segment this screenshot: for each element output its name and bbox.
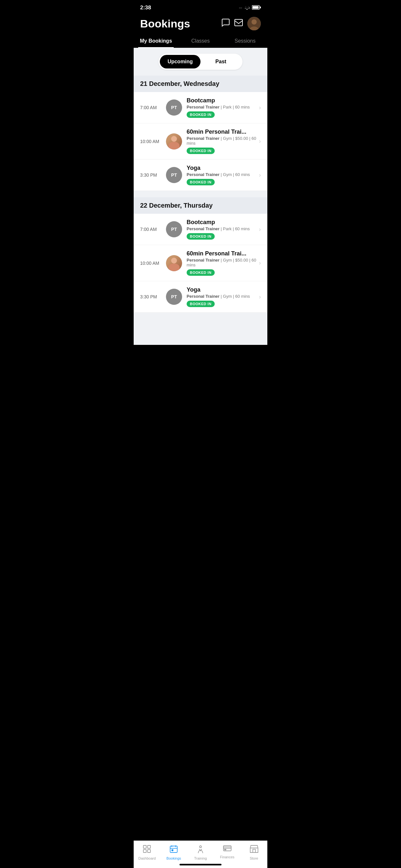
toggle-container: Upcoming Past	[158, 54, 243, 70]
signal-dots-icon: ···	[239, 5, 242, 10]
booking-list-1: 7:00 AM PT Bootcamp Personal Trainer | P…	[134, 92, 267, 191]
tabs-navigation: My Bookings Classes Sessions	[134, 30, 267, 48]
booking-item[interactable]: 7:00 AM PT Bootcamp Personal Trainer | P…	[134, 92, 267, 123]
booking-info: Bootcamp Personal Trainer | Park | 60 mi…	[187, 219, 256, 240]
booking-info: Bootcamp Personal Trainer | Park | 60 mi…	[187, 97, 256, 118]
mail-icon[interactable]	[235, 19, 243, 28]
svg-rect-2	[260, 6, 261, 8]
status-badge: BOOKED IN	[187, 112, 215, 118]
trainer-avatar: PT	[166, 167, 182, 183]
status-badge: BOOKED IN	[187, 179, 215, 185]
booking-item[interactable]: 10:00 AM 60min Personal Trai... Personal…	[134, 245, 267, 281]
tab-classes[interactable]: Classes	[178, 35, 223, 48]
header-icons	[221, 17, 261, 30]
trainer-photo-avatar	[166, 255, 182, 271]
chevron-right-icon: ›	[259, 104, 261, 111]
status-bar: 2:38 ···	[134, 0, 267, 13]
booking-info: 60min Personal Trai... Personal Trainer …	[187, 250, 256, 276]
tab-my-bookings[interactable]: My Bookings	[134, 35, 178, 48]
chevron-right-icon: ›	[259, 259, 261, 267]
booking-item[interactable]: 3:30 PM PT Yoga Personal Trainer | Gym |…	[134, 159, 267, 191]
booking-item[interactable]: 3:30 PM PT Yoga Personal Trainer | Gym |…	[134, 281, 267, 313]
avatar[interactable]	[247, 17, 261, 30]
booking-info: Yoga Personal Trainer | Gym | 60 mins BO…	[187, 286, 256, 307]
content-area: Upcoming Past 21 December, Wednesday 7:0…	[134, 48, 267, 345]
date-header-2: 22 December, Thursday	[134, 197, 267, 214]
toggle-upcoming[interactable]: Upcoming	[160, 55, 201, 68]
svg-point-5	[251, 20, 257, 25]
trainer-avatar: PT	[166, 221, 182, 237]
trainer-avatar: PT	[166, 289, 182, 305]
status-icons: ···	[239, 5, 261, 11]
status-time: 2:38	[140, 4, 151, 11]
booking-list-2: 7:00 AM PT Bootcamp Personal Trainer | P…	[134, 214, 267, 313]
page-title: Bookings	[140, 18, 190, 30]
status-badge: BOOKED IN	[187, 233, 215, 240]
toggle-past[interactable]: Past	[201, 55, 241, 68]
header: Bookings	[134, 13, 267, 30]
chat-icon[interactable]	[221, 19, 230, 29]
chevron-right-icon: ›	[259, 172, 261, 179]
bottom-spacer	[134, 313, 267, 345]
trainer-avatar: PT	[166, 99, 182, 116]
status-badge: BOOKED IN	[187, 301, 215, 307]
status-badge: BOOKED IN	[187, 148, 215, 154]
svg-rect-1	[252, 6, 258, 9]
section-gap	[134, 191, 267, 197]
trainer-photo-avatar	[166, 133, 182, 150]
date-header-1: 21 December, Wednesday	[134, 75, 267, 92]
chevron-right-icon: ›	[259, 293, 261, 300]
booking-info: 60min Personal Trai... Personal Trainer …	[187, 128, 256, 154]
wifi-icon	[244, 5, 250, 11]
status-badge: BOOKED IN	[187, 269, 215, 276]
tab-sessions[interactable]: Sessions	[223, 35, 267, 48]
chevron-right-icon: ›	[259, 226, 261, 233]
booking-item[interactable]: 7:00 AM PT Bootcamp Personal Trainer | P…	[134, 214, 267, 245]
toggle-bar: Upcoming Past	[134, 48, 267, 75]
booking-info: Yoga Personal Trainer | Gym | 60 mins BO…	[187, 165, 256, 185]
battery-icon	[252, 5, 261, 11]
booking-item[interactable]: 10:00 AM 60min Personal Trai... Personal…	[134, 123, 267, 159]
chevron-right-icon: ›	[259, 138, 261, 145]
svg-rect-3	[235, 20, 243, 26]
